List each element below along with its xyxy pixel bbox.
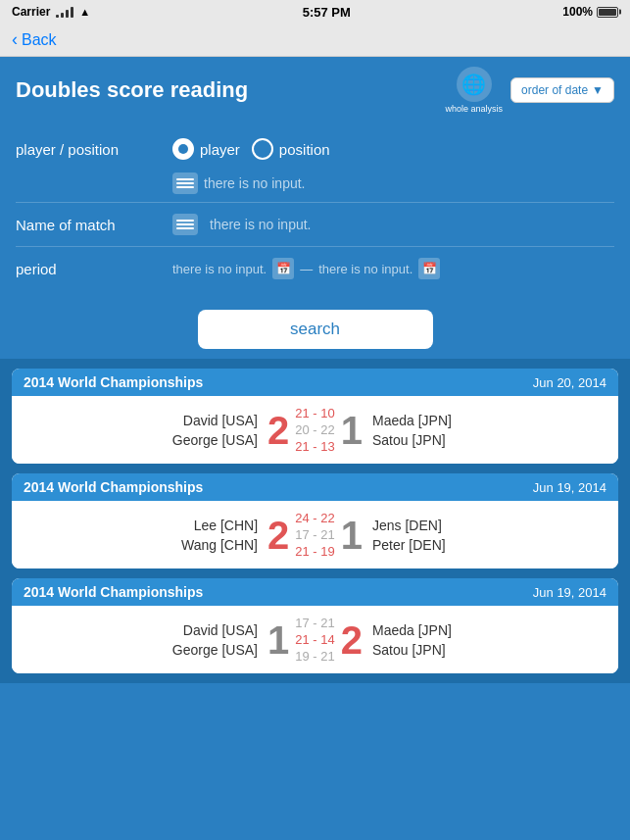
match-no-input: there is no input. bbox=[210, 217, 312, 232]
right-big-score: 1 bbox=[341, 516, 363, 555]
position-radio-button[interactable] bbox=[252, 138, 273, 160]
signal-bar-3 bbox=[66, 10, 69, 18]
set-score: 20 - 22 bbox=[295, 422, 334, 437]
player-no-input: there is no input. bbox=[204, 175, 306, 191]
match-list-line-2 bbox=[176, 223, 194, 225]
list-line-2 bbox=[176, 182, 194, 184]
player-name-left-1: Lee [CHN] bbox=[194, 518, 258, 533]
status-bar-left: Carrier ▲ bbox=[12, 5, 90, 19]
name-of-match-row: Name of match there is no input. bbox=[16, 205, 614, 244]
player-position-row: player / position player position bbox=[16, 129, 614, 169]
match-tournament: 2014 World Championships bbox=[24, 479, 203, 495]
status-bar-time: 5:57 PM bbox=[303, 5, 351, 20]
header-right: 🌐 whole analysis order of date ▼ bbox=[446, 67, 614, 114]
whole-analysis-button[interactable]: 🌐 whole analysis bbox=[446, 67, 504, 114]
battery-fill bbox=[599, 9, 616, 16]
team-left: David [USA] George [USA] bbox=[20, 622, 267, 658]
player-name-right-1: Maeda [JPN] bbox=[372, 413, 452, 428]
player-name-left-2: George [USA] bbox=[172, 432, 258, 448]
signal-bars bbox=[56, 6, 73, 18]
player-radio-option[interactable]: player bbox=[172, 138, 240, 160]
player-name-right-1: Jens [DEN] bbox=[372, 518, 442, 533]
player-input-row: there is no input. bbox=[16, 173, 614, 200]
match-card: 2014 World Championships Jun 19, 2014 Le… bbox=[12, 473, 618, 568]
player-name-left-2: George [USA] bbox=[172, 642, 258, 658]
match-list-icon bbox=[172, 214, 198, 235]
period-label: period bbox=[16, 261, 172, 277]
match-header: 2014 World Championships Jun 19, 2014 bbox=[12, 578, 618, 606]
calendar-icon-1[interactable]: 📅 bbox=[272, 258, 294, 279]
match-date: Jun 19, 2014 bbox=[533, 480, 606, 495]
match-body: Lee [CHN] Wang [CHN] 2 24 - 2217 - 2121 … bbox=[12, 501, 618, 568]
set-scores: 24 - 2217 - 2121 - 19 bbox=[295, 511, 334, 559]
score-center: 1 17 - 2121 - 1419 - 21 2 bbox=[267, 616, 363, 664]
team-left: Lee [CHN] Wang [CHN] bbox=[20, 518, 267, 553]
match-card: 2014 World Championships Jun 19, 2014 Da… bbox=[12, 578, 618, 673]
match-date: Jun 20, 2014 bbox=[533, 375, 606, 390]
signal-bar-2 bbox=[61, 13, 64, 18]
set-score: 21 - 19 bbox=[295, 544, 334, 559]
match-body: David [USA] George [USA] 1 17 - 2121 - 1… bbox=[12, 606, 618, 673]
player-name-right-1: Maeda [JPN] bbox=[372, 622, 452, 638]
set-score: 21 - 10 bbox=[295, 406, 334, 420]
divider-1 bbox=[16, 202, 614, 203]
right-big-score: 2 bbox=[341, 620, 363, 660]
right-big-score: 1 bbox=[341, 411, 363, 450]
team-right: Maeda [JPN] Satou [JPN] bbox=[363, 413, 610, 448]
dropdown-arrow-icon: ▼ bbox=[592, 83, 604, 97]
period-no-input-1: there is no input. bbox=[172, 262, 267, 276]
list-icon bbox=[172, 173, 198, 194]
player-name-left-1: David [USA] bbox=[183, 622, 258, 638]
match-date: Jun 19, 2014 bbox=[533, 585, 606, 600]
calendar-icon-2[interactable]: 📅 bbox=[418, 258, 440, 279]
results-section: 2014 World Championships Jun 20, 2014 Da… bbox=[0, 359, 630, 683]
period-dash: — bbox=[300, 262, 313, 276]
order-dropdown-label: order of date bbox=[521, 83, 588, 97]
set-score: 24 - 22 bbox=[295, 511, 334, 525]
list-line-3 bbox=[176, 186, 194, 188]
carrier-label: Carrier bbox=[12, 5, 50, 19]
match-tournament: 2014 World Championships bbox=[24, 584, 203, 600]
player-name-left-1: David [USA] bbox=[183, 413, 258, 428]
status-bar-right: 100% bbox=[562, 5, 618, 19]
name-of-match-label: Name of match bbox=[16, 217, 172, 233]
set-scores: 17 - 2121 - 1419 - 21 bbox=[295, 616, 334, 664]
position-radio-label: position bbox=[279, 141, 330, 158]
whole-analysis-label: whole analysis bbox=[446, 104, 504, 114]
order-dropdown[interactable]: order of date ▼ bbox=[510, 77, 614, 103]
set-score: 17 - 21 bbox=[295, 527, 334, 542]
player-radio-button[interactable] bbox=[172, 138, 194, 160]
score-center: 2 21 - 1020 - 2221 - 13 1 bbox=[267, 406, 363, 454]
match-list-line-1 bbox=[176, 220, 194, 222]
filter-section: player / position player position there … bbox=[0, 122, 630, 300]
set-score: 17 - 21 bbox=[295, 616, 334, 630]
page-title: Doubles score reading bbox=[16, 77, 248, 103]
name-of-match-content: there is no input. bbox=[172, 214, 614, 235]
match-body: David [USA] George [USA] 2 21 - 1020 - 2… bbox=[12, 396, 618, 464]
match-header: 2014 World Championships Jun 20, 2014 bbox=[12, 369, 618, 396]
left-big-score: 2 bbox=[267, 411, 289, 450]
search-button[interactable]: search bbox=[198, 310, 433, 349]
status-bar: Carrier ▲ 5:57 PM 100% bbox=[0, 0, 630, 24]
wifi-icon: ▲ bbox=[79, 6, 90, 18]
set-score: 19 - 21 bbox=[295, 649, 334, 664]
set-score: 21 - 14 bbox=[295, 632, 334, 647]
period-row: period there is no input. 📅 — there is n… bbox=[16, 249, 614, 288]
search-button-wrapper: search bbox=[0, 300, 630, 359]
team-right: Maeda [JPN] Satou [JPN] bbox=[363, 622, 610, 658]
team-left: David [USA] George [USA] bbox=[20, 413, 267, 448]
player-name-right-2: Satou [JPN] bbox=[372, 432, 446, 448]
set-scores: 21 - 1020 - 2221 - 13 bbox=[295, 406, 334, 454]
signal-bar-1 bbox=[56, 15, 59, 18]
battery-percent: 100% bbox=[562, 5, 593, 19]
player-name-right-2: Satou [JPN] bbox=[372, 642, 446, 658]
position-radio-option[interactable]: position bbox=[252, 138, 330, 160]
back-button[interactable]: ‹ Back bbox=[12, 29, 57, 50]
period-content: there is no input. 📅 — there is no input… bbox=[172, 258, 440, 279]
player-position-label: player / position bbox=[16, 141, 172, 158]
match-tournament: 2014 World Championships bbox=[24, 374, 203, 390]
battery-icon bbox=[597, 7, 618, 18]
score-center: 2 24 - 2217 - 2121 - 19 1 bbox=[267, 511, 363, 559]
nav-bar: ‹ Back bbox=[0, 24, 630, 57]
match-card: 2014 World Championships Jun 20, 2014 Da… bbox=[12, 369, 618, 464]
